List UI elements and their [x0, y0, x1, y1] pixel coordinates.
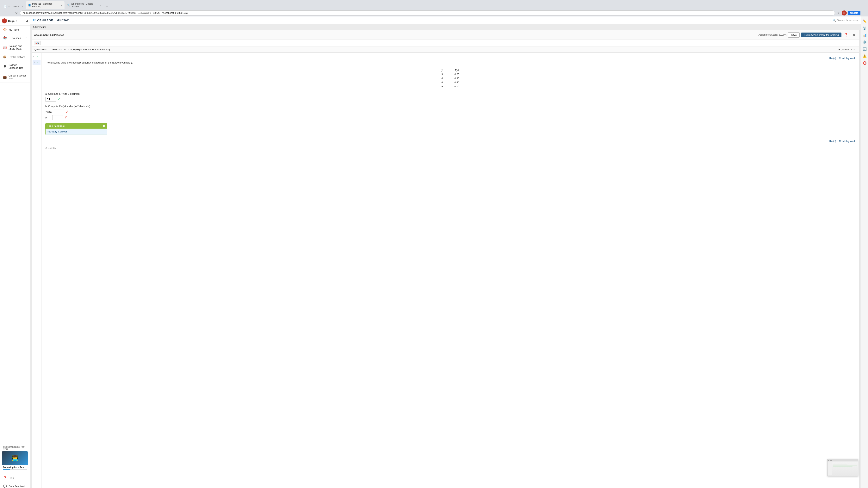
feedback-toggle-icon: ⊠ [103, 125, 105, 127]
address-text: ng.cengage.com/static/nb/ui/evo/index.ht… [23, 11, 832, 14]
var-input-row: Var(y) ✗ [45, 109, 856, 114]
tab-label: LTI Launch [8, 5, 19, 8]
tab-close-icon[interactable]: ✕ [60, 4, 62, 7]
question-content: Hint(s) Check My Work The following tabl… [41, 53, 859, 488]
content-panel: Assignment: 5.3 Practice Assignment Scor… [32, 30, 860, 488]
close-button[interactable]: ✕ [851, 32, 857, 38]
two-col-layout: 1. ✓ 2. ✓ Hint(s) Check My Work [32, 53, 859, 488]
forward-button[interactable]: → [8, 10, 13, 15]
thumb-dot [830, 460, 831, 461]
sigma-input[interactable] [52, 115, 63, 120]
thumb-line [833, 466, 852, 467]
check-work-link-bottom[interactable]: Check My Work [839, 140, 856, 142]
sidebar-item-college[interactable]: 🎓 College Success Tips [0, 61, 30, 72]
var-label: Var(y) [45, 110, 52, 113]
panel-header-left: Assignment: 5.3 Practice [34, 33, 64, 36]
recommended-card[interactable]: 👨‍💻 Preparing for a Test [2, 451, 28, 472]
top-bar: ⟳ CENGAGE | MINDTAP 🔍 Search this course [30, 17, 861, 24]
tab-google[interactable]: 🔍 amendment - Google Search ✕ [65, 1, 104, 9]
progress-bar [3, 469, 27, 470]
sidebar-item-label: Help [9, 477, 14, 480]
page-header: 5.3 Practice [30, 24, 861, 30]
tab-label: amendment - Google Search [71, 2, 98, 8]
profile-circle[interactable]: H [842, 10, 847, 15]
table-cell-y: 4 [436, 76, 448, 80]
address-bar[interactable]: ng.cengage.com/static/nb/ui/evo/index.ht… [20, 10, 835, 15]
table-cell-y: 3 [436, 72, 448, 76]
thumb-line [833, 464, 852, 464]
sidebar-item-help[interactable]: ❓ Help [0, 474, 30, 482]
sidebar-item-label: Career Success Tips [8, 74, 27, 80]
feedback-status: Partially Correct [48, 130, 67, 133]
hint-row-bottom: Hint(s) Check My Work [45, 139, 856, 144]
hint-link-top[interactable]: Hint(s) [829, 57, 836, 60]
save-button[interactable]: Save [788, 32, 800, 38]
collapse-sidebar-button[interactable]: ◀ [26, 19, 28, 23]
question-item-1[interactable]: 1. ✓ [33, 54, 40, 60]
q-number: 2. [33, 61, 35, 64]
toolbar-table-button[interactable]: 📊▾ [34, 41, 40, 45]
sidebar-item-courses[interactable]: 📚 Courses ▾ [0, 34, 30, 42]
tab-lti[interactable]: 📄 LTI Launch ✕ [2, 4, 25, 9]
table-cell-fy: 0.40 [448, 80, 465, 85]
thumb-dot [831, 460, 832, 461]
sidebar-item-feedback[interactable]: 💬 Give Feedback [0, 482, 30, 488]
sidebar-item-catalog[interactable]: 📖 Catalog and Study Tools [0, 42, 30, 53]
logo-divider: | [55, 18, 55, 22]
tab-favicon: 📄 [4, 5, 7, 8]
back-button[interactable]: ← [2, 10, 7, 15]
recommended-image: 👨‍💻 [2, 451, 28, 465]
reload-button[interactable]: ↻ [14, 10, 19, 15]
circle-icon-button[interactable]: ⭕ [862, 60, 868, 66]
new-tab-button[interactable]: + [104, 3, 110, 9]
bookmark-button[interactable]: ☆ [836, 10, 840, 15]
thumb-line [833, 465, 857, 466]
question-item-2[interactable]: 2. ✓ [33, 60, 40, 65]
browser-actions: ☆ H Update ⋮ [836, 10, 866, 15]
top-bar-left: ⟳ CENGAGE | MINDTAP [33, 18, 69, 22]
right-toolbar: ✏️ 📡 📊 ⚙️ 🔄 ⚠️ ⭕ [861, 17, 868, 488]
edit-icon-button[interactable]: ✏️ [862, 18, 868, 24]
question-part-b: b. Compute Var(y) and σ (to 2 decimals).… [45, 105, 856, 120]
exercise-title-bar: Exercise 05.16 Algo (Expected Value and … [50, 46, 859, 53]
submit-button[interactable]: Submit Assignment for Grading [801, 33, 841, 37]
rental-icon: 📦 [3, 55, 7, 59]
panel-header-right: Assignment Score: 50.00% Save Submit Ass… [758, 32, 857, 38]
courses-icon: 📚 [3, 36, 7, 40]
check-work-link-top[interactable]: Check My Work [839, 57, 856, 60]
sync-icon-button[interactable]: 🔄 [862, 46, 868, 52]
career-icon: 💼 [3, 75, 7, 79]
feedback-header[interactable]: Hide Feedback ⊠ [45, 123, 107, 129]
warning-icon-button[interactable]: ⚠️ [862, 53, 868, 59]
settings-icon-button[interactable]: ⚙️ [862, 39, 868, 45]
more-button[interactable]: ⋮ [862, 10, 866, 15]
tab-favicon: 📘 [28, 4, 31, 7]
excel-icon-button[interactable]: 📊 [862, 32, 868, 38]
question-nav-info[interactable]: ◄ Question 2 of 2 [838, 48, 857, 51]
user-dropdown-icon[interactable]: ▾ [16, 20, 17, 22]
sidebar-item-label: Catalog and Study Tools [8, 44, 27, 51]
tab-mindtap[interactable]: 📘 MindTap - Cengage Learning ✕ [26, 1, 64, 9]
search-area[interactable]: 🔍 Search this course [833, 19, 858, 22]
user-name: Hugo [8, 20, 14, 23]
questions-header: Questions [32, 46, 50, 53]
var-input[interactable] [54, 109, 64, 114]
tab-close-icon[interactable]: ✕ [21, 5, 23, 8]
tab-close-icon[interactable]: ✕ [100, 4, 101, 7]
update-button[interactable]: Update [848, 11, 861, 15]
help-icon-button[interactable]: ❓ [843, 32, 849, 38]
part-a-input[interactable]: 5.1 [45, 97, 56, 102]
sidebar-item-rental[interactable]: 📦 Rental Options [0, 53, 30, 61]
sidebar-item-label: Rental Options [9, 56, 25, 59]
sidebar-item-career[interactable]: 💼 Career Success Tips [0, 72, 30, 83]
home-icon: 🏠 [3, 28, 7, 31]
sidebar-bottom: ❓ Help 💬 Give Feedback [0, 474, 30, 488]
hint-link-bottom[interactable]: Hint(s) [829, 140, 836, 142]
question-intro: The following table provides a probabili… [45, 61, 856, 65]
user-info: H Hugo ▾ [2, 19, 17, 24]
table-cell-fy: 0.30 [448, 76, 465, 80]
rss-icon-button[interactable]: 📡 [862, 25, 868, 31]
question-part-a: a. Compute E(y) (to 1 decimal). 5.1 ✓ [45, 92, 856, 102]
hide-feedback-label: Hide Feedback [48, 125, 65, 127]
sidebar-item-my-home[interactable]: 🏠 My Home [0, 26, 30, 34]
